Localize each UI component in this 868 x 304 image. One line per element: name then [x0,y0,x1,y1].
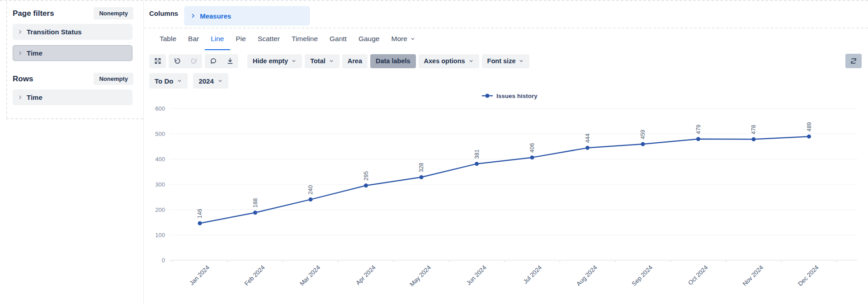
chevron-down-icon [291,58,297,64]
data-point-label: 146 [197,209,203,218]
tab-table[interactable]: Table [154,28,182,50]
page-filter-list: Transition StatusTime [13,24,138,61]
hide-empty-button[interactable]: Hide empty [247,54,302,68]
toolbar-icon-group [169,54,202,68]
font-size-button[interactable]: Font size [482,54,530,68]
data-point[interactable] [364,183,368,187]
rows-nonempty-button[interactable]: Nonempty [94,73,133,85]
refresh-button[interactable] [845,54,862,68]
x-axis-category-label: Apr 2024 [354,264,377,286]
measures-chip[interactable]: Measures [184,6,310,25]
comment-icon [210,57,217,65]
y-axis-tick-label: 300 [155,181,165,188]
data-point[interactable] [309,197,313,201]
line-chart[interactable]: 0100200300400500600Jan 2024Feb 2024Mar 2… [144,89,868,304]
x-axis-category-label: Feb 2024 [243,264,266,287]
legend-label[interactable]: Issues history [496,93,538,99]
data-point[interactable] [752,137,756,141]
page-filter-time[interactable]: Time [13,45,132,61]
chevron-down-icon [329,58,334,64]
page-filter-label: Time [27,49,42,57]
columns-row: Columns Measures [144,1,868,28]
expand-button[interactable] [149,54,166,68]
data-point[interactable] [420,175,424,179]
toolbar-button-label: Area [348,57,362,65]
data-point[interactable] [641,142,645,146]
page-selection-row: To Do2024 [144,70,868,89]
tab-label: Scatter [258,35,280,43]
x-axis-category-label: May 2024 [409,264,433,288]
redo-button[interactable] [185,54,202,68]
chevron-down-icon [217,78,223,84]
tab-bar[interactable]: Bar [182,28,205,50]
expand-icon [154,57,161,65]
chevron-right-icon [18,51,23,56]
tab-label: Gauge [359,35,380,43]
y-axis-tick-label: 100 [155,232,165,239]
page-filters-header: Page filters Nonempty [13,5,138,24]
area-button[interactable]: Area [342,54,368,68]
data-point[interactable] [198,221,202,225]
tab-pie[interactable]: Pie [230,28,252,50]
tab-more[interactable]: More [385,28,421,50]
row-member-time[interactable]: Time [13,89,132,105]
toolbar-button-label: Axes options [424,57,465,65]
total-button[interactable]: Total [305,54,340,68]
data-point[interactable] [696,137,700,141]
data-point[interactable] [475,162,479,166]
toolbar-button-label: Hide empty [253,57,288,65]
data-point[interactable] [807,135,811,139]
chevron-right-icon [18,29,23,34]
data-point-label: 444 [585,133,591,143]
data-labels-button[interactable]: Data labels [370,54,416,68]
download-icon [226,57,234,65]
toolbar-button-label: Total [310,57,326,65]
data-point-label: 406 [529,143,536,153]
x-axis-category-label: Jun 2024 [465,264,488,286]
page-selection-label: 2024 [198,77,213,85]
page-filters-nonempty-button[interactable]: Nonempty [94,7,133,19]
download-button[interactable] [222,54,238,68]
row-member-label: Time [27,94,42,101]
page-filters-title: Page filters [13,9,54,18]
x-axis-category-label: Dec 2024 [797,264,820,287]
y-axis-tick-label: 500 [155,131,165,137]
tab-line[interactable]: Line [205,28,230,50]
y-axis-tick-label: 0 [162,257,165,264]
refresh-icon [850,57,857,65]
x-axis-category-label: Mar 2024 [298,264,321,287]
tab-label: Pie [236,35,246,43]
y-axis-tick-label: 200 [155,206,165,213]
data-point-label: 328 [419,163,425,172]
chevron-down-icon [468,58,474,64]
page-filter-label: Transition Status [27,28,82,36]
redo-icon [190,57,198,65]
tab-gauge[interactable]: Gauge [353,28,386,50]
data-point-label: 478 [751,125,757,134]
tab-timeline[interactable]: Timeline [286,28,324,50]
tab-label: Timeline [292,35,318,43]
tab-gantt[interactable]: Gantt [324,28,353,50]
axes-options-button[interactable]: Axes options [419,54,479,68]
undo-icon [174,57,181,65]
x-axis-category-label: Nov 2024 [741,264,765,287]
rows-title: Rows [13,75,33,84]
page-filter-transition-status[interactable]: Transition Status [13,24,132,40]
x-axis-category-label: Jul 2024 [522,264,543,285]
tab-scatter[interactable]: Scatter [252,28,286,50]
x-axis-category-label: Sep 2024 [631,264,654,287]
sidebar: Page filters Nonempty Transition StatusT… [0,1,144,304]
toolbar-icon-group [149,54,166,68]
chevron-down-icon [177,78,182,84]
data-point[interactable] [585,146,590,150]
data-point[interactable] [530,155,534,159]
page-selection-to-do[interactable]: To Do [149,73,188,89]
toolbar-button-label: Data labels [376,57,410,65]
undo-button[interactable] [169,54,185,68]
data-point[interactable] [253,210,257,215]
page-selection-2024[interactable]: 2024 [193,73,228,89]
tab-more-label: More [391,35,407,43]
tab-label: Gantt [330,35,347,43]
tab-label: Bar [188,35,199,43]
comment-button[interactable] [205,54,222,68]
